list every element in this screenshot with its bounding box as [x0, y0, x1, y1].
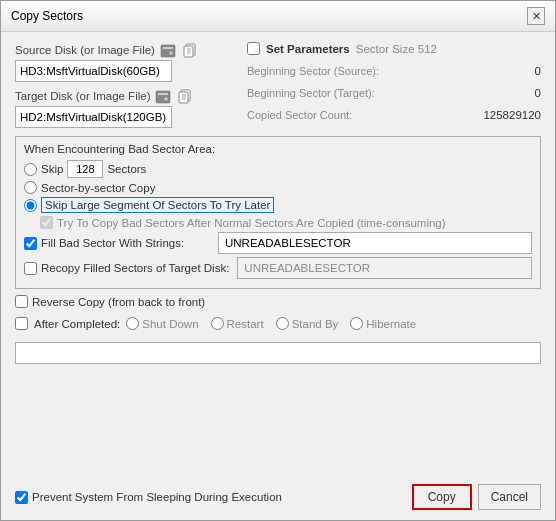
top-section: Source Disk (or Image File) [15, 42, 541, 128]
copied-sector-value: 125829120 [461, 109, 541, 121]
sector-by-sector-radio[interactable] [24, 181, 37, 194]
copy-sectors-dialog: Copy Sectors ✕ Source Disk (or Image Fil… [0, 0, 556, 521]
copy-button[interactable]: Copy [412, 484, 472, 510]
try-copy-label: Try To Copy Bad Sectors After Normal Sec… [57, 217, 446, 229]
close-button[interactable]: ✕ [527, 7, 545, 25]
reverse-copy-row: Reverse Copy (from back to front) [15, 295, 541, 308]
set-parameters-label: Set Parameters [266, 43, 350, 55]
after-completed-options: Shut Down Restart Stand By Hibernate [126, 317, 416, 330]
source-disk-icon[interactable] [159, 42, 177, 60]
target-disk-section: Target Disk (or Image File) [15, 88, 235, 128]
svg-rect-12 [179, 92, 188, 103]
source-copy-icon[interactable] [181, 42, 199, 60]
beginning-target-row: Beginning Sector (Target): 0 [247, 87, 541, 99]
target-disk-icon[interactable] [154, 88, 172, 106]
fill-bad-sector-label: Fill Bad Sector With Strings: [41, 237, 184, 249]
stand-by-radio[interactable] [276, 317, 289, 330]
reverse-copy-label: Reverse Copy (from back to front) [32, 296, 205, 308]
source-disk-label: Source Disk (or Image File) [15, 44, 155, 56]
fill-value-input[interactable] [218, 232, 532, 254]
target-disk-input[interactable] [15, 106, 172, 128]
sector-by-sector-row: Sector-by-sector Copy [24, 181, 532, 194]
left-column: Source Disk (or Image File) [15, 42, 235, 128]
dialog-footer: Prevent System From Sleeping During Exec… [1, 478, 555, 520]
skip-radio[interactable] [24, 163, 37, 176]
after-completed-row: After Completed: Shut Down Restart Stand… [15, 317, 541, 330]
source-disk-input[interactable] [15, 60, 172, 82]
restart-radio[interactable] [211, 317, 224, 330]
dialog-title: Copy Sectors [11, 9, 83, 23]
svg-point-10 [164, 97, 168, 101]
prevent-sleep-checkbox[interactable] [15, 491, 28, 504]
reverse-copy-checkbox[interactable] [15, 295, 28, 308]
progress-bar [15, 342, 541, 364]
hibernate-label: Hibernate [366, 318, 416, 330]
recopy-checkbox[interactable] [24, 262, 37, 275]
svg-point-2 [169, 51, 173, 55]
skip-radio-row: Skip Sectors [24, 160, 532, 178]
sector-by-sector-label: Sector-by-sector Copy [41, 182, 155, 194]
try-copy-row: Try To Copy Bad Sectors After Normal Sec… [40, 216, 532, 229]
svg-rect-9 [158, 93, 168, 95]
right-column: Set Parameters Sector Size 512 Beginning… [247, 42, 541, 125]
beginning-source-label: Beginning Sector (Source): [247, 65, 379, 77]
recopy-value-input[interactable] [237, 257, 532, 279]
source-disk-header: Source Disk (or Image File) [15, 42, 235, 60]
svg-rect-0 [161, 45, 175, 57]
skip-sectors-label: Sectors [107, 163, 146, 175]
shut-down-radio[interactable] [126, 317, 139, 330]
shut-down-item: Shut Down [126, 317, 198, 330]
set-parameters-row: Set Parameters Sector Size 512 [247, 42, 541, 55]
try-copy-checkbox[interactable] [40, 216, 53, 229]
shut-down-label: Shut Down [142, 318, 198, 330]
copied-sector-label: Copied Sector Count: [247, 109, 352, 121]
source-disk-section: Source Disk (or Image File) [15, 42, 235, 82]
stand-by-item: Stand By [276, 317, 339, 330]
skip-large-label: Skip Large Segment Of Sectors To Try Lat… [41, 197, 274, 213]
fill-bad-sector-checkbox[interactable] [24, 237, 37, 250]
dialog-content: Source Disk (or Image File) [1, 32, 555, 478]
title-bar: Copy Sectors ✕ [1, 1, 555, 32]
prevent-sleep-label: Prevent System From Sleeping During Exec… [32, 491, 282, 503]
skip-large-radio[interactable] [24, 199, 37, 212]
after-completed-label: After Completed: [34, 318, 120, 330]
beginning-target-value: 0 [461, 87, 541, 99]
stand-by-label: Stand By [292, 318, 339, 330]
beginning-source-row: Beginning Sector (Source): 0 [247, 65, 541, 77]
copied-sector-row: Copied Sector Count: 125829120 [247, 109, 541, 121]
skip-value-input[interactable] [67, 160, 103, 178]
skip-label: Skip [41, 163, 63, 175]
target-disk-label: Target Disk (or Image File) [15, 90, 150, 102]
target-copy-icon[interactable] [176, 88, 194, 106]
sector-size-label: Sector Size 512 [356, 43, 437, 55]
restart-label: Restart [227, 318, 264, 330]
recopy-label: Recopy Filled Sectors of Target Disk: [41, 262, 229, 274]
beginning-target-label: Beginning Sector (Target): [247, 87, 375, 99]
bad-sector-title: When Encountering Bad Sector Area: [24, 143, 532, 155]
recopy-row: Recopy Filled Sectors of Target Disk: [24, 257, 532, 279]
beginning-source-value: 0 [461, 65, 541, 77]
svg-rect-4 [184, 46, 193, 57]
target-disk-header: Target Disk (or Image File) [15, 88, 235, 106]
svg-rect-1 [163, 47, 173, 49]
prevent-sleep-row: Prevent System From Sleeping During Exec… [15, 491, 282, 504]
fill-bad-sector-row: Fill Bad Sector With Strings: [24, 232, 532, 254]
hibernate-radio[interactable] [350, 317, 363, 330]
restart-item: Restart [211, 317, 264, 330]
svg-rect-8 [156, 91, 170, 103]
skip-large-row: Skip Large Segment Of Sectors To Try Lat… [24, 197, 532, 213]
set-parameters-checkbox[interactable] [247, 42, 260, 55]
cancel-button[interactable]: Cancel [478, 484, 541, 510]
hibernate-item: Hibernate [350, 317, 416, 330]
bad-sector-group: When Encountering Bad Sector Area: Skip … [15, 136, 541, 289]
after-completed-checkbox[interactable] [15, 317, 28, 330]
footer-buttons: Copy Cancel [412, 484, 541, 510]
